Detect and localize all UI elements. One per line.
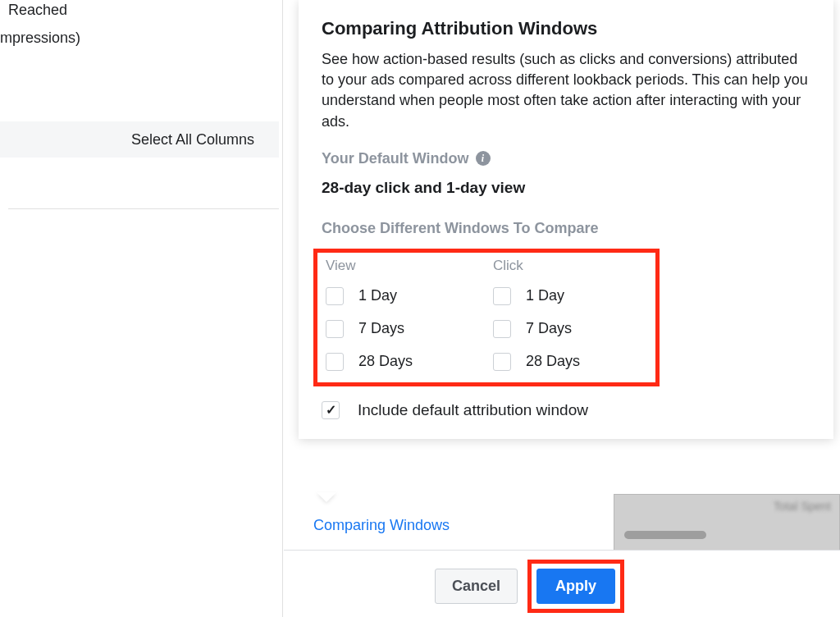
background-bar [624, 531, 706, 539]
view-28days-label: 28 Days [358, 353, 413, 370]
left-sidebar-panel: Reached mpressions) Select All Columns [0, 0, 283, 617]
view-column-header: View [326, 258, 441, 274]
apply-button-highlight: Apply [527, 560, 624, 613]
view-7days-label: 7 Days [358, 320, 404, 337]
comparing-windows-link[interactable]: Comparing Windows [313, 517, 450, 534]
background-panel: Total Spent [614, 494, 840, 558]
view-1day-group: 1 Day [326, 287, 441, 305]
popover-description: See how action-based results (such as cl… [322, 49, 810, 132]
info-icon[interactable]: i [476, 151, 491, 166]
select-all-columns-row[interactable]: Select All Columns [0, 121, 279, 158]
dialog-button-row: Cancel Apply [435, 560, 624, 613]
view-28days-group: 28 Days [326, 353, 441, 371]
view-7days-checkbox[interactable] [326, 320, 344, 338]
popover-title: Comparing Attribution Windows [322, 18, 810, 39]
click-7days-label: 7 Days [526, 320, 572, 337]
sidebar-item-impressions[interactable]: mpressions) [0, 30, 80, 47]
checkbox-row-3: 28 Days 28 Days [326, 353, 647, 371]
click-28days-checkbox[interactable] [493, 353, 511, 371]
checkbox-row-1: 1 Day 1 Day [326, 287, 647, 305]
highlighted-options-box: View Click 1 Day 1 Day 7 Days 7 Days [313, 249, 660, 386]
select-all-columns-label: Select All Columns [131, 131, 254, 149]
sidebar-item-reached[interactable]: Reached [8, 2, 67, 19]
checkbox-row-2: 7 Days 7 Days [326, 320, 647, 338]
popover-arrow-icon [317, 492, 336, 502]
click-1day-label: 1 Day [526, 287, 564, 304]
sidebar-divider [8, 208, 279, 209]
view-1day-checkbox[interactable] [326, 287, 344, 305]
click-28days-label: 28 Days [526, 353, 580, 370]
click-column-header: Click [493, 258, 608, 274]
cancel-button[interactable]: Cancel [435, 569, 518, 604]
click-28days-group: 28 Days [493, 353, 608, 371]
click-7days-checkbox[interactable] [493, 320, 511, 338]
default-window-value: 28-day click and 1-day view [322, 179, 810, 197]
default-window-label-text: Your Default Window [322, 150, 469, 167]
attribution-windows-popover: Comparing Attribution Windows See how ac… [299, 0, 833, 439]
include-default-row: Include default attribution window [322, 401, 810, 419]
view-28days-checkbox[interactable] [326, 353, 344, 371]
click-1day-checkbox[interactable] [493, 287, 511, 305]
default-window-section-label: Your Default Window i [322, 150, 810, 167]
options-column-headers: View Click [326, 258, 647, 274]
background-blurred-text: Total Spent [774, 500, 831, 513]
choose-windows-section-label: Choose Different Windows To Compare [322, 220, 810, 237]
include-default-checkbox[interactable] [322, 401, 340, 419]
apply-button[interactable]: Apply [536, 569, 615, 604]
click-7days-group: 7 Days [493, 320, 608, 338]
view-7days-group: 7 Days [326, 320, 441, 338]
view-1day-label: 1 Day [358, 287, 397, 304]
include-default-label: Include default attribution window [358, 401, 588, 419]
click-1day-group: 1 Day [493, 287, 608, 305]
